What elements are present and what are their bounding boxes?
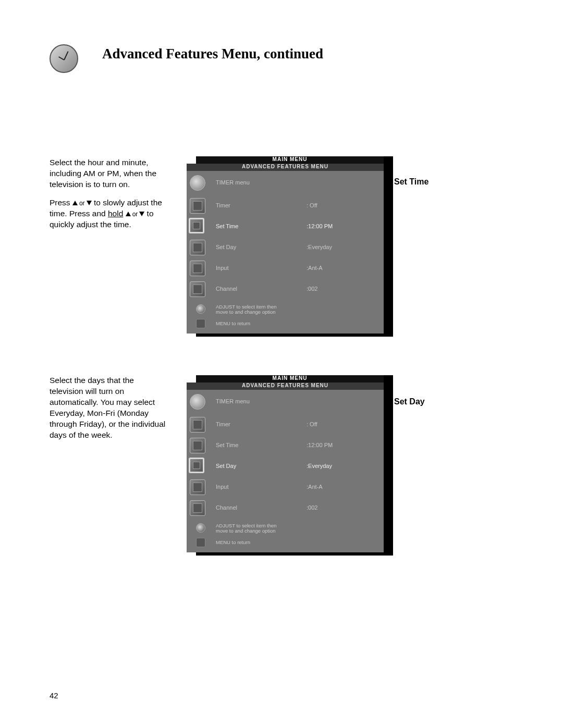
tv-screenshot-set-time: MAIN MENU ADVANCED FEATURES MENU TIMER m… bbox=[187, 156, 393, 337]
screen-icon bbox=[190, 479, 205, 495]
or-text: or bbox=[79, 200, 85, 207]
row-value: :12:00 PM bbox=[307, 442, 333, 448]
clock-icon bbox=[190, 175, 205, 191]
tv-header-row: TIMER menu bbox=[187, 392, 384, 413]
row-value: :Everyday bbox=[307, 463, 332, 469]
screen-icon bbox=[190, 438, 205, 453]
tv-sub-menu-bar: ADVANCED FEATURES MENU bbox=[187, 382, 384, 390]
menu-button-icon bbox=[196, 538, 205, 547]
tv-main-menu-bar: MAIN MENU bbox=[196, 156, 384, 164]
tv-header-label: TIMER menu bbox=[216, 398, 250, 404]
row-label: Timer bbox=[216, 202, 230, 208]
txt: move to and change option bbox=[216, 309, 276, 315]
row-label: Set Time bbox=[216, 223, 238, 229]
instruction-p1: Select the hour and minute, including AM… bbox=[50, 157, 167, 190]
clock-icon bbox=[190, 394, 205, 410]
screen-icon bbox=[189, 218, 204, 233]
side-label-set-day: Set Day bbox=[394, 397, 425, 406]
screen-icon bbox=[190, 500, 205, 516]
row-value: :Ant-A bbox=[307, 484, 323, 490]
tv-row-set-day[interactable]: Set Day :Everyday bbox=[187, 238, 384, 258]
row-value: :12:00 PM bbox=[307, 223, 333, 229]
footer-text-1: ADJUST to select item then move to and c… bbox=[216, 304, 277, 315]
row-label: Set Time bbox=[216, 442, 238, 448]
row-value: :Everyday bbox=[307, 244, 332, 250]
down-arrow-icon bbox=[139, 212, 144, 216]
up-arrow-icon bbox=[72, 201, 78, 205]
menu-button-icon bbox=[196, 319, 205, 328]
footer-text-2: MENU to return bbox=[216, 321, 250, 326]
row-label: Timer bbox=[216, 421, 230, 427]
instruction-text-set-day: Select the days that the television will… bbox=[50, 375, 167, 441]
tv-row-set-time[interactable]: Set Time :12:00 PM bbox=[187, 217, 384, 238]
up-arrow-icon bbox=[126, 212, 131, 216]
screen-icon bbox=[189, 458, 204, 473]
footer-text-2: MENU to return bbox=[216, 540, 250, 545]
screen-icon bbox=[190, 240, 205, 255]
row-label: Set Day bbox=[216, 463, 236, 469]
tv-screenshot-set-day: MAIN MENU ADVANCED FEATURES MENU TIMER m… bbox=[187, 375, 393, 556]
txt: Press bbox=[50, 198, 72, 207]
down-arrow-icon bbox=[87, 201, 92, 205]
tv-row-timer[interactable]: Timer : Off bbox=[187, 415, 384, 436]
tv-body: TIMER menu Timer : Off Set Time :12:00 P… bbox=[187, 390, 384, 552]
instruction-text-set-time: Select the hour and minute, including AM… bbox=[50, 157, 167, 230]
tv-row-timer[interactable]: Timer : Off bbox=[187, 196, 384, 217]
clock-icon bbox=[50, 44, 78, 73]
row-value: : Off bbox=[307, 421, 317, 427]
tv-header-label: TIMER menu bbox=[216, 179, 250, 186]
screen-icon bbox=[190, 417, 205, 433]
row-label: Channel bbox=[216, 286, 237, 292]
or-text: or bbox=[132, 211, 138, 218]
txt: move to and change option bbox=[216, 528, 276, 534]
tv-row-channel[interactable]: Channel :002 bbox=[187, 498, 384, 519]
page-title: Advanced Features Menu, continued bbox=[102, 46, 323, 62]
instruction-p2: Press or to slowly adjust the time. Pres… bbox=[50, 198, 167, 230]
tv-row-set-time[interactable]: Set Time :12:00 PM bbox=[187, 436, 384, 456]
hold-text: hold bbox=[108, 209, 123, 218]
screen-icon bbox=[190, 198, 205, 214]
tv-footer: ADJUST to select item then move to and c… bbox=[187, 521, 384, 552]
tv-row-input[interactable]: Input :Ant-A bbox=[187, 258, 384, 279]
page-number: 42 bbox=[50, 691, 58, 700]
row-value: : Off bbox=[307, 202, 317, 208]
tv-footer: ADJUST to select item then move to and c… bbox=[187, 302, 384, 334]
tv-row-input[interactable]: Input :Ant-A bbox=[187, 477, 384, 498]
tv-main-menu-bar: MAIN MENU bbox=[196, 375, 384, 382]
row-label: Channel bbox=[216, 504, 237, 511]
row-value: :002 bbox=[307, 286, 317, 292]
tv-row-set-day[interactable]: Set Day :Everyday bbox=[187, 456, 384, 477]
footer-text-1: ADJUST to select item then move to and c… bbox=[216, 523, 277, 534]
screen-icon bbox=[190, 281, 205, 297]
tv-body: TIMER menu Timer : Off Set Time :12:00 P… bbox=[187, 171, 384, 334]
row-label: Input bbox=[216, 484, 228, 490]
tv-sub-menu-bar: ADVANCED FEATURES MENU bbox=[187, 164, 384, 171]
tv-header-row: TIMER menu bbox=[187, 173, 384, 194]
side-label-set-time: Set Time bbox=[394, 177, 429, 187]
tv-row-channel[interactable]: Channel :002 bbox=[187, 279, 384, 300]
row-value: :Ant-A bbox=[307, 265, 323, 271]
row-value: :002 bbox=[307, 504, 317, 511]
instruction-p1: Select the days that the television will… bbox=[50, 375, 167, 441]
adjust-icon bbox=[196, 304, 205, 314]
adjust-icon bbox=[196, 523, 205, 533]
screen-icon bbox=[190, 261, 205, 276]
row-label: Input bbox=[216, 265, 228, 271]
row-label: Set Day bbox=[216, 244, 236, 250]
